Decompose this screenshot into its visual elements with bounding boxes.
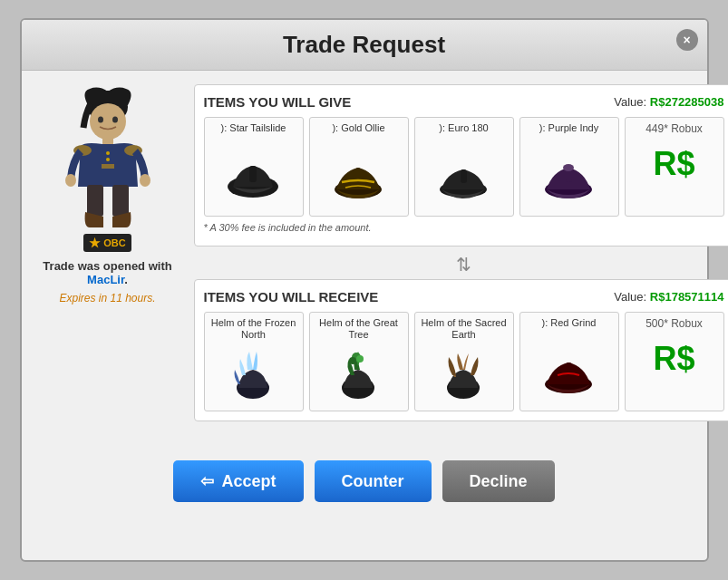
modal-header: Trade Request × [22,20,707,71]
svg-point-27 [356,355,364,362]
avatar [49,84,167,229]
receive-item-3-name: Helm of the Sacred Earth [420,317,509,343]
receive-item-2-name: Helm of the Great Tree [315,317,403,343]
modal-body: ★ OBC Trade was opened with MacLir. Expi… [22,71,707,442]
give-item-1-name: ): Star Tailslide [221,122,286,148]
svg-rect-4 [102,138,113,145]
give-robux-label: 449* Robux [645,122,703,135]
give-item-4: ): Purple Indy [519,117,619,217]
modal-title: Trade Request [283,31,445,58]
svg-point-9 [106,158,110,161]
receive-section: ITEMS YOU WILL RECEIVE Value: R$17857111… [194,279,729,421]
receive-item-4-name: ): Red Grind [542,317,597,343]
receive-item-1: Helm of the Frozen North [204,312,304,411]
receive-item-1-image [222,347,286,406]
receive-item-3: Helm of the Sacred Earth [414,312,514,411]
give-item-4-name: ): Purple Indy [539,122,598,148]
give-item-2-image [327,152,391,211]
receive-value-amount: R$178571114 [650,290,724,304]
trade-opened-text: Trade was opened with MacLir. [43,259,171,286]
counter-button[interactable]: Counter [315,460,432,502]
username-link[interactable]: MacLir [87,273,124,286]
receive-item-2: Helm of the Great Tree [309,312,409,411]
obc-star-icon: ★ [89,236,101,250]
give-items-grid: ): Star Tailslide ): Gold Ollie [204,117,724,217]
give-robux-symbol: R$ [653,145,694,183]
accept-arrow-icon: ⇦ [200,471,214,491]
close-button[interactable]: × [676,29,698,51]
svg-point-10 [65,174,76,187]
receive-item-robux: 500* Robux R$ [625,312,724,411]
arrows-divider: ⇅ [194,254,729,276]
give-title: ITEMS YOU WILL GIVE [204,94,352,110]
svg-point-8 [106,151,110,155]
receive-item-4: ): Red Grind [519,312,619,411]
svg-point-1 [90,103,126,140]
svg-point-26 [349,357,356,364]
svg-rect-15 [249,166,257,182]
give-item-4-image [538,152,601,211]
fee-note: * A 30% fee is included in the amount. [204,222,724,233]
receive-robux-symbol: R$ [653,340,694,378]
decline-button[interactable]: Decline [442,460,555,502]
receive-item-1-name: Helm of the Frozen North [209,317,298,343]
svg-rect-30 [566,362,572,377]
receive-items-grid: Helm of the Frozen North [204,312,724,411]
svg-point-2 [98,116,103,122]
accept-button[interactable]: ⇦ Accept [173,460,303,502]
give-item-robux: 449* Robux R$ [625,117,724,217]
svg-rect-12 [87,185,103,217]
give-item-2-name: ): Gold Ollie [332,122,384,148]
receive-item-3-image [432,347,496,406]
receive-item-2-image [327,347,391,406]
give-item-3-image [432,152,496,211]
svg-point-11 [140,174,150,187]
svg-rect-7 [102,164,114,169]
svg-rect-19 [461,169,467,183]
give-value: Value: R$272285038 [614,95,723,109]
right-panel: ITEMS YOU WILL GIVE Value: R$272285038 )… [194,84,729,429]
give-item-1: ): Star Tailslide [204,117,304,217]
give-item-3: ): Euro 180 [414,117,514,217]
give-section: ITEMS YOU WILL GIVE Value: R$272285038 )… [194,84,729,246]
svg-point-22 [563,164,574,171]
receive-value: Value: R$178571114 [614,290,723,304]
receive-robux-label: 500* Robux [645,317,703,330]
give-item-2: ): Gold Ollie [309,117,409,217]
give-item-1-image [222,152,286,211]
obc-badge: ★ OBC [83,234,131,252]
receive-item-4-image [538,347,601,406]
svg-rect-13 [112,185,129,217]
expires-text: Expires in 11 hours. [59,292,155,304]
trade-request-modal: Trade Request × [20,18,709,562]
receive-title: ITEMS YOU WILL RECEIVE [204,289,379,304]
modal-footer: ⇦ Accept Counter Decline [22,447,707,516]
give-item-3-name: ): Euro 180 [439,122,488,148]
give-value-amount: R$272285038 [650,95,724,109]
svg-point-3 [112,116,118,122]
left-panel: ★ OBC Trade was opened with MacLir. Expi… [35,84,180,429]
receive-section-header: ITEMS YOU WILL RECEIVE Value: R$17857111… [204,289,724,304]
give-section-header: ITEMS YOU WILL GIVE Value: R$272285038 [204,94,724,110]
